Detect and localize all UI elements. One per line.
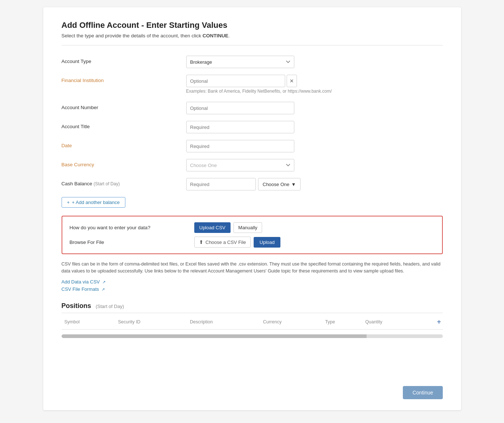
form-section: Account Type Brokerage Checking Savings … bbox=[62, 56, 443, 292]
add-row-button[interactable]: + bbox=[437, 318, 441, 326]
positions-title: Positions bbox=[62, 302, 91, 309]
cash-balance-label: Cash Balance (Start of Day) bbox=[62, 178, 186, 186]
account-number-label: Account Number bbox=[62, 102, 186, 110]
data-entry-box: How do you want to enter your data? Uplo… bbox=[62, 216, 443, 254]
account-type-label: Account Type bbox=[62, 56, 186, 64]
data-entry-question-row: How do you want to enter your data? Uplo… bbox=[70, 222, 435, 233]
cash-balance-sub: (Start of Day) bbox=[93, 181, 119, 186]
account-title-input[interactable] bbox=[186, 121, 294, 133]
data-entry-question-label: How do you want to enter your data? bbox=[70, 225, 194, 230]
account-title-label: Account Title bbox=[62, 121, 186, 129]
positions-header-row: Symbol Security ID Description Currency … bbox=[62, 315, 443, 330]
col-symbol: Symbol bbox=[62, 315, 115, 330]
csv-file-formats-link[interactable]: CSV File Formats ↗ bbox=[62, 286, 443, 292]
account-type-row: Account Type Brokerage Checking Savings … bbox=[62, 56, 443, 68]
account-title-row: Account Title bbox=[62, 121, 443, 133]
continue-button[interactable]: Continue bbox=[403, 386, 442, 399]
account-type-select[interactable]: Brokerage Checking Savings Credit Card I… bbox=[186, 56, 294, 68]
base-currency-select[interactable]: Choose One USD EUR GBP JPY bbox=[186, 159, 294, 171]
browse-file-row: Browse For File ⬆ Choose a CSV File Uplo… bbox=[70, 237, 435, 248]
upload-csv-button[interactable]: Upload CSV bbox=[194, 222, 231, 233]
add-data-via-csv-link[interactable]: Add Data via CSV ↗ bbox=[62, 279, 443, 285]
add-balance-label: + Add another balance bbox=[72, 200, 119, 205]
upload-icon: ⬆ bbox=[199, 239, 203, 245]
cash-balance-control: Choose One ▼ bbox=[186, 178, 443, 190]
add-another-balance-button[interactable]: + + Add another balance bbox=[62, 197, 125, 208]
col-type: Type bbox=[322, 315, 363, 330]
account-type-control: Brokerage Checking Savings Credit Card I… bbox=[186, 56, 443, 68]
positions-subtitle: (Start of Day) bbox=[96, 304, 124, 309]
add-balance-icon: + bbox=[67, 200, 70, 205]
external-link-icon: ↗ bbox=[102, 280, 106, 284]
clear-institution-button[interactable]: ✕ bbox=[287, 75, 297, 87]
positions-table: Symbol Security ID Description Currency … bbox=[62, 315, 443, 333]
section-divider bbox=[62, 45, 443, 45]
financial-institution-wrap: ✕ bbox=[186, 75, 443, 87]
manually-button[interactable]: Manually bbox=[233, 222, 262, 233]
financial-institution-hint: Examples: Bank of America, Fidelity NetB… bbox=[186, 89, 443, 94]
account-number-row: Account Number bbox=[62, 102, 443, 114]
date-control bbox=[186, 140, 443, 152]
positions-section: Positions (Start of Day) Symbol Security… bbox=[62, 302, 443, 338]
external-link-icon-2: ↗ bbox=[102, 287, 105, 292]
cash-balance-title: Cash Balance bbox=[62, 181, 92, 186]
financial-institution-control: ✕ Examples: Bank of America, Fidelity Ne… bbox=[186, 75, 443, 95]
choose-file-button[interactable]: ⬆ Choose a CSV File bbox=[194, 237, 251, 248]
financial-institution-label: Financial Institution bbox=[62, 75, 186, 83]
base-currency-label: Base Currency bbox=[62, 159, 186, 167]
col-security-id: Security ID bbox=[115, 315, 187, 330]
date-row: Date bbox=[62, 140, 443, 152]
page-subtitle: Select the type and provide the details … bbox=[62, 33, 443, 38]
date-input[interactable] bbox=[186, 140, 294, 152]
browse-file-label: Browse For File bbox=[70, 240, 194, 245]
base-currency-row: Base Currency Choose One USD EUR GBP JPY bbox=[62, 159, 443, 171]
cash-balance-input[interactable] bbox=[186, 178, 256, 190]
upload-button[interactable]: Upload bbox=[254, 237, 280, 248]
dropdown-arrow-icon: ▼ bbox=[291, 182, 296, 187]
csv-note: CSV files can be in the form of comma-de… bbox=[62, 261, 443, 275]
date-label: Date bbox=[62, 140, 186, 148]
browse-wrap: ⬆ Choose a CSV File Upload bbox=[194, 237, 281, 248]
account-number-input[interactable] bbox=[186, 102, 294, 114]
cash-balance-wrap: Choose One ▼ bbox=[186, 178, 443, 190]
base-currency-control: Choose One USD EUR GBP JPY bbox=[186, 159, 443, 171]
financial-institution-input[interactable] bbox=[186, 75, 285, 87]
col-add: + bbox=[420, 315, 442, 330]
account-title-control bbox=[186, 121, 443, 133]
financial-institution-row: Financial Institution ✕ Examples: Bank o… bbox=[62, 75, 443, 95]
cash-balance-currency-button[interactable]: Choose One ▼ bbox=[258, 178, 301, 190]
cash-balance-row: Cash Balance (Start of Day) Choose One ▼ bbox=[62, 178, 443, 190]
positions-empty-row bbox=[62, 329, 443, 333]
choose-one-label: Choose One bbox=[263, 182, 290, 187]
continue-button-wrap: Continue bbox=[403, 386, 442, 399]
page-title: Add Offline Account - Enter Starting Val… bbox=[62, 21, 443, 30]
choose-file-label: Choose a CSV File bbox=[206, 240, 246, 245]
col-currency: Currency bbox=[260, 315, 322, 330]
table-scroll-bar[interactable] bbox=[62, 334, 443, 338]
col-description: Description bbox=[187, 315, 260, 330]
account-number-control bbox=[186, 102, 443, 114]
page-container: Add Offline Account - Enter Starting Val… bbox=[43, 7, 461, 410]
positions-header: Positions (Start of Day) bbox=[62, 302, 443, 310]
positions-divider bbox=[62, 313, 443, 313]
data-entry-controls: Upload CSV Manually bbox=[194, 222, 262, 233]
col-quantity: Quantity bbox=[362, 315, 420, 330]
